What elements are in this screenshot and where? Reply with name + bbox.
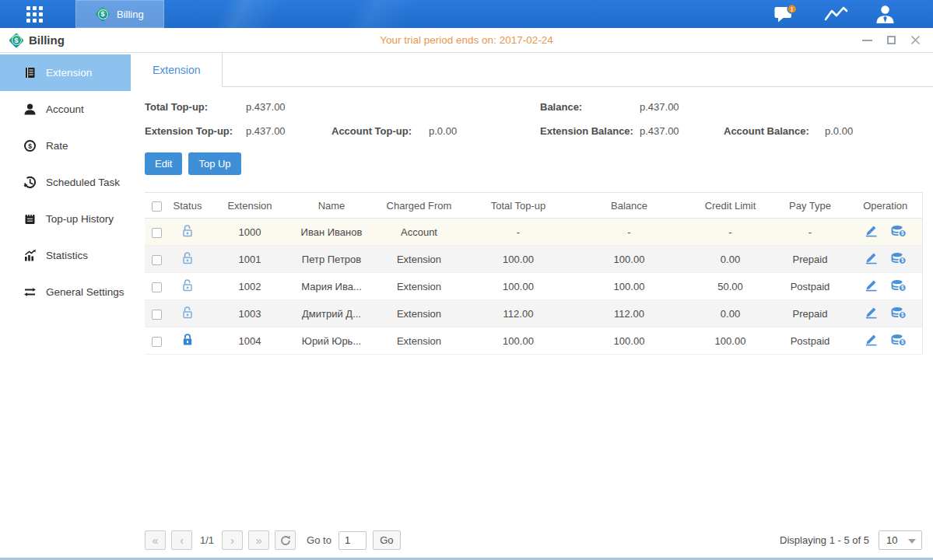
select-all-checkbox[interactable] (152, 201, 162, 212)
row-checkbox[interactable] (152, 228, 162, 238)
tabstrip: Extension (131, 53, 933, 87)
last-page-button[interactable]: » (248, 530, 269, 550)
maximize-button[interactable] (886, 35, 896, 46)
billing-app-icon: $ (96, 7, 110, 21)
sidebar-item-account[interactable]: Account (0, 91, 131, 128)
sidebar-item-scheduled-task[interactable]: Scheduled Task (0, 164, 131, 201)
extensions-table: Status Extension Name Charged From Total… (145, 192, 923, 355)
col-pay-type: Pay Type (771, 193, 849, 219)
extension-balance-label: Extension Balance: (540, 124, 640, 138)
extension-topup-label: Extension Top-up: (145, 124, 246, 138)
cell-balance: 100.00 (569, 327, 689, 355)
svg-text:$: $ (901, 339, 904, 345)
table-row: 1002 Мария Ива... Extension 100.00 100.0… (145, 273, 922, 300)
row-checkbox[interactable] (152, 282, 162, 292)
cell-total-topup: 100.00 (468, 273, 569, 300)
cell-pay-type: Postpaid (771, 327, 849, 355)
refresh-button[interactable] (275, 530, 296, 550)
topbar-billing-tab[interactable]: $ Billing (75, 0, 164, 28)
cell-extension: 1000 (207, 219, 293, 246)
cell-extension: 1004 (207, 327, 293, 355)
next-page-button[interactable]: › (222, 530, 243, 550)
page-size-select[interactable]: 10 (879, 530, 922, 550)
close-button[interactable] (910, 35, 921, 46)
cell-pay-type: Postpaid (771, 273, 849, 300)
col-balance: Balance (569, 193, 689, 219)
window-controls (861, 35, 921, 46)
total-topup-label: Total Top-up: (145, 100, 246, 114)
svg-text:$: $ (901, 230, 904, 236)
top-up-icon[interactable]: $ (891, 306, 907, 319)
top-up-icon[interactable]: $ (891, 279, 907, 292)
window-titlebar: $ Billing Your trial period ends on: 201… (0, 28, 933, 53)
row-checkbox[interactable] (152, 337, 162, 347)
cell-total-topup: 100.00 (468, 246, 569, 273)
cell-name: Дмитрий Д... (293, 300, 370, 327)
balance-label: Balance: (540, 100, 640, 114)
edit-button[interactable]: Edit (145, 152, 182, 175)
prev-page-button[interactable]: ‹ (171, 530, 192, 550)
goto-label: Go to (307, 534, 331, 546)
cell-charged-from: Extension (370, 327, 468, 355)
sidebar-item-label: Statistics (46, 250, 88, 261)
top-up-icon[interactable]: $ (891, 334, 907, 346)
top-up-button[interactable]: Top Up (188, 152, 240, 175)
cell-charged-from: Extension (370, 246, 468, 273)
sidebar-item-statistics[interactable]: Statistics (0, 237, 131, 274)
sidebar-item-general-settings[interactable]: General Settings (0, 274, 131, 310)
account-topup-value: p.0.00 (429, 124, 457, 138)
table-header-row: Status Extension Name Charged From Total… (145, 193, 922, 219)
page-size-value: 10 (886, 534, 897, 546)
edit-icon[interactable] (864, 279, 879, 292)
scheduled-task-clock-icon (23, 176, 37, 189)
cell-extension: 1002 (207, 273, 293, 300)
topbar-actions: ! (773, 4, 896, 25)
trial-notice: Your trial period ends on: 2017-02-24 (0, 34, 933, 46)
user-account-icon[interactable] (875, 4, 896, 25)
top-up-icon[interactable]: $ (891, 252, 907, 264)
billing-window: $ Billing ! (0, 0, 933, 560)
app-grid-icon[interactable] (26, 6, 43, 23)
cell-name: Юрий Юрь... (293, 327, 370, 355)
page-indicator: 1/1 (200, 534, 214, 546)
table-row: 1003 Дмитрий Д... Extension 112.00 112.0… (145, 300, 922, 327)
status-unlocked-icon (181, 251, 194, 264)
go-button[interactable]: Go (373, 530, 401, 550)
first-page-button[interactable]: « (145, 530, 166, 550)
toolbar: Edit Top Up (145, 152, 922, 175)
cell-extension: 1003 (207, 300, 293, 327)
statistics-chart-icon (23, 249, 37, 262)
window-title: $ Billing (9, 33, 65, 47)
account-balance-value: p.0.00 (825, 124, 853, 138)
cell-credit-limit: 0.00 (689, 246, 771, 273)
cell-credit-limit: - (689, 219, 771, 246)
sidebar-item-label: Rate (46, 140, 68, 152)
cell-name: Петр Петров (293, 246, 370, 273)
minimize-button[interactable] (861, 35, 872, 46)
balance-summary: Total Top-up: p.437.00 Extension Top-up:… (145, 87, 922, 148)
sidebar-item-rate[interactable]: $ Rate (0, 128, 131, 164)
edit-icon[interactable] (864, 306, 879, 319)
col-extension: Extension (207, 193, 293, 219)
edit-icon[interactable] (864, 334, 879, 346)
row-checkbox[interactable] (152, 255, 162, 265)
cell-name: Иван Иванов (293, 219, 370, 246)
col-total-topup: Total Top-up (468, 193, 569, 219)
notifications-chat-icon[interactable]: ! (773, 4, 798, 25)
sidebar-item-topup-history[interactable]: Top-up History (0, 201, 131, 237)
row-checkbox[interactable] (152, 310, 162, 320)
topup-history-notepad-icon (23, 212, 37, 226)
goto-page-input[interactable] (338, 531, 367, 550)
sidebar-item-extension[interactable]: Extension (0, 54, 131, 91)
cell-pay-type: Prepaid (771, 246, 849, 273)
cell-extension: 1001 (207, 246, 293, 273)
tab-extension[interactable]: Extension (131, 53, 223, 87)
cell-charged-from: Extension (370, 273, 468, 300)
notification-badge: ! (791, 5, 793, 12)
top-up-icon[interactable]: $ (891, 225, 907, 237)
edit-icon[interactable] (864, 225, 879, 237)
table-row: 1001 Петр Петров Extension 100.00 100.00… (145, 246, 922, 273)
col-name: Name (293, 193, 370, 219)
edit-icon[interactable] (864, 252, 879, 264)
monitor-chart-icon[interactable] (824, 5, 848, 23)
